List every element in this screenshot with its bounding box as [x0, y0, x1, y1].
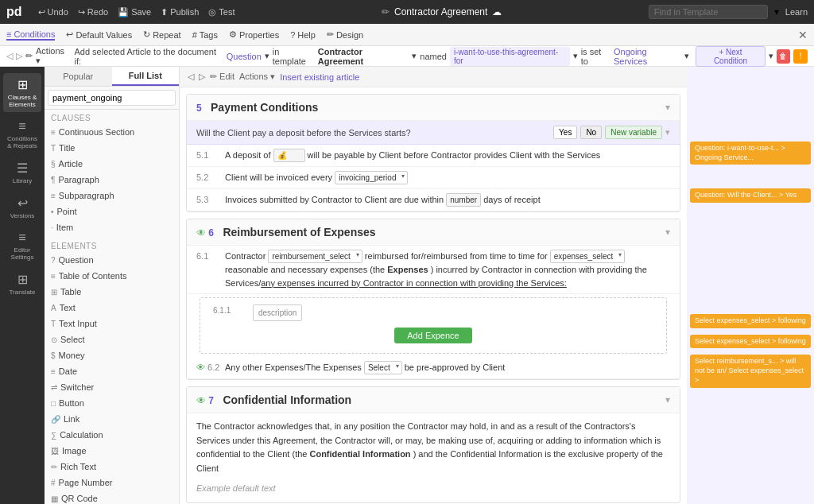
nav-next-icon[interactable]: ▷ [199, 72, 205, 82]
warning-condition-button[interactable]: ! [793, 49, 808, 64]
element-table[interactable]: ⊞ Table [45, 284, 179, 300]
redo-button[interactable]: ↪ Redo [78, 7, 108, 17]
question-text: Will the Client pay a deposit before the… [196, 128, 411, 138]
yes-button[interactable]: Yes [553, 126, 577, 139]
publish-button[interactable]: ⬆ Publish [161, 7, 199, 17]
help-tab[interactable]: ? Help [290, 30, 316, 40]
description-field[interactable]: description [253, 304, 302, 321]
annotation-5: Select reimbursement_s... > will not be … [690, 355, 811, 387]
sidebar-item-clauses[interactable]: ⊞ Clauses & Elements [3, 73, 41, 112]
clauses-label: CLAUSES [45, 110, 179, 124]
save-button[interactable]: 💾 Save [118, 7, 151, 17]
properties-tab[interactable]: ⚙ Properties [229, 29, 279, 40]
element-money[interactable]: $ Money [45, 347, 179, 363]
element-switcher[interactable]: ⇌ Switcher [45, 379, 179, 395]
section-5-chevron[interactable]: ▾ [665, 102, 670, 113]
clause-subparagraph[interactable]: ≡ Subparagraph [45, 188, 179, 204]
section-6-title: Reimbursement of Expenses [223, 226, 375, 238]
dropdown-arrow[interactable]: ▾ [769, 51, 773, 61]
reimbursement-select[interactable]: reimbursement_select [268, 250, 362, 263]
clause-5-2: 5.2 Client will be invoiced every invoic… [187, 167, 680, 189]
expenses-select-1[interactable]: expenses_select [550, 250, 626, 263]
element-page-number[interactable]: # Page Number [45, 475, 179, 490]
element-text-input[interactable]: T Text Input [45, 316, 179, 331]
section-7-title: Confidential Information [223, 394, 351, 406]
select-icon: ⊙ [51, 335, 57, 344]
subparagraph-icon: ≡ [51, 192, 56, 200]
days-field[interactable]: number [446, 193, 481, 207]
clause-article[interactable]: § Article [45, 156, 179, 172]
test-button[interactable]: ◎ Test [208, 7, 235, 17]
section-6-header: 👁 6 Reimbursement of Expenses ▾ [187, 219, 680, 246]
section-5-question-bar: Will the Client pay a deposit before the… [187, 121, 680, 145]
tab-full-list[interactable]: Full List [112, 67, 180, 86]
annotation-bubble-3: Select expenses_select > following [690, 314, 811, 328]
actions-label[interactable]: Actions ▾ [36, 46, 71, 66]
element-toc[interactable]: ≡ Table of Contents [45, 268, 179, 284]
element-qr-code[interactable]: ▦ QR Code [45, 490, 179, 504]
delete-condition-button[interactable]: 🗑 [777, 49, 791, 64]
element-text[interactable]: A Text [45, 300, 179, 316]
default-values-tab[interactable]: ↩ Default Values [66, 29, 132, 40]
conditions-tab[interactable]: ≡ Conditions [6, 29, 55, 41]
sidebar-item-editor-settings[interactable]: ≡ Editor Settings [3, 227, 41, 265]
section-toolbar: ◁ ▷ ✏ Edit Actions ▾ Insert existing art… [180, 67, 687, 87]
text-icon: A [51, 304, 56, 312]
annotation-bubble-1: Question: i-want-to-use-t... > Ongoing S… [690, 142, 811, 165]
element-rich-text[interactable]: ✏ Rich Text [45, 459, 179, 475]
search-dropdown-icon[interactable]: ▾ [774, 6, 779, 17]
new-variable-button[interactable]: New variable [605, 126, 662, 139]
section-6-chevron[interactable]: ▾ [665, 227, 670, 238]
clauses-search-input[interactable] [48, 90, 176, 106]
clause-5-1-text: A deposit of 💰 will be payable by Client… [225, 149, 670, 162]
expenses-select-2[interactable]: Select [364, 361, 402, 374]
element-select[interactable]: ⊙ Select [45, 331, 179, 347]
question-chevron[interactable]: ▾ [665, 127, 670, 138]
tags-tab[interactable]: # Tags [192, 30, 218, 40]
insert-article[interactable]: Insert existing article [280, 72, 359, 82]
repeat-tab[interactable]: ↻ Repeat [143, 29, 180, 40]
next-condition-button[interactable]: + Next Condition [696, 46, 765, 67]
design-tab[interactable]: ✏ Design [327, 29, 363, 40]
element-image[interactable]: 🖼 Image [45, 443, 179, 459]
nav-right-icon[interactable]: ▷ [16, 51, 22, 61]
main-layout: ⊞ Clauses & Elements ≡ Conditions & Repe… [0, 67, 814, 504]
sidebar-item-conditions[interactable]: ≡ Conditions & Repeats [3, 115, 41, 153]
clause-continuous-section[interactable]: ≡ Continuous Section [45, 124, 179, 140]
learn-button[interactable]: Learn [785, 7, 808, 17]
condition-text: Add selected Article to the document if: [74, 47, 223, 66]
nav-left-icon[interactable]: ◁ [6, 51, 13, 61]
condition-question-link[interactable]: Question [227, 52, 262, 61]
sidebar-item-library[interactable]: ☰ Library [3, 157, 41, 188]
condition-value[interactable]: Ongoing Services [614, 47, 682, 66]
main-content: ◁ ▷ ✏ Edit Actions ▾ Insert existing art… [180, 67, 814, 504]
invoicing-period-select[interactable]: invoicing_period [335, 171, 408, 184]
sidebar-item-versions[interactable]: ↩ Versions [3, 192, 41, 223]
tab-popular[interactable]: Popular [45, 67, 112, 86]
element-question[interactable]: ? Question [45, 252, 179, 268]
add-expence-button[interactable]: Add Expence [394, 328, 471, 343]
sidebar-item-translate[interactable]: ⊞ Translate [3, 268, 41, 300]
edit-action[interactable]: ✏ Edit [210, 72, 235, 82]
deposit-field[interactable]: 💰 [273, 149, 305, 162]
eye-icon-6: 👁 [196, 227, 206, 238]
element-link[interactable]: 🔗 Link [45, 411, 179, 427]
template-search-input[interactable] [649, 5, 768, 19]
no-button[interactable]: No [580, 126, 602, 139]
element-button[interactable]: □ Button [45, 395, 179, 411]
undo-button[interactable]: ↩ Undo [38, 7, 68, 17]
actions-dropdown[interactable]: Actions ▾ [239, 72, 275, 82]
edit-icon-cond[interactable]: ✏ [25, 51, 33, 61]
element-calculation[interactable]: ∑ Calculation [45, 427, 179, 443]
section-7-chevron[interactable]: ▾ [665, 394, 670, 405]
nav-prev-icon[interactable]: ◁ [188, 72, 194, 82]
clause-point[interactable]: • Point [45, 204, 179, 219]
close-button[interactable]: ✕ [798, 29, 808, 41]
annotation-bubble-5: Select reimbursement_s... > will not be … [690, 355, 811, 387]
clause-item[interactable]: · Item [45, 219, 179, 235]
clause-title[interactable]: T Title [45, 140, 179, 156]
element-date[interactable]: ≡ Date [45, 363, 179, 379]
title-icon: T [51, 144, 56, 153]
sub-clause-6-1-1-container: 6.1.1 description Add Expence [200, 297, 667, 354]
clause-paragraph[interactable]: ¶ Paragraph [45, 172, 179, 188]
